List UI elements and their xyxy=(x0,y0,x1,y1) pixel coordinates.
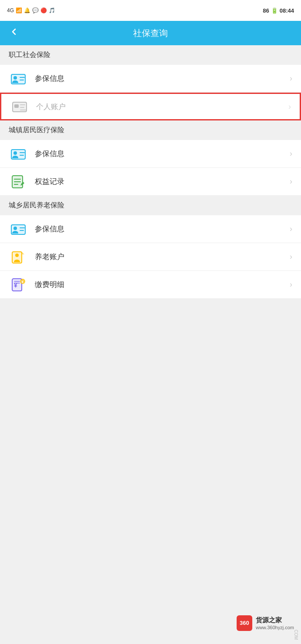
person-card-blue-icon xyxy=(9,69,28,88)
svg-text:¥: ¥ xyxy=(21,280,23,284)
svg-point-23 xyxy=(13,227,17,230)
payment-purple-icon: ¥ ¥ xyxy=(9,275,28,294)
person-card-blue-icon-3 xyxy=(9,220,28,239)
rights-record-label: 权益记录 xyxy=(35,177,290,187)
payment-detail-label: 缴费明细 xyxy=(35,280,290,290)
app-icon2: 🎵 xyxy=(49,7,55,13)
svg-point-13 xyxy=(13,151,17,155)
notification-icon: 🔔 xyxy=(24,7,30,13)
header: 社保查询 xyxy=(0,21,301,45)
status-right: 86 🔋 08:44 xyxy=(263,7,294,14)
list-item-urban-participation[interactable]: 参保信息 › xyxy=(0,140,301,168)
section-rural-pension: 城乡居民养老保险 xyxy=(0,196,301,215)
list-item-payment-detail[interactable]: ¥ ¥ 缴费明细 › xyxy=(0,271,301,299)
worker-participation-label: 参保信息 xyxy=(35,73,290,83)
signal-icon: 4G xyxy=(7,7,14,13)
watermark-badge: 360 xyxy=(237,615,252,631)
list-item-rights-record[interactable]: 权益记录 › xyxy=(0,168,301,196)
list-item-worker-participation[interactable]: 参保信息 › xyxy=(0,65,301,93)
arrow-icon: › xyxy=(290,74,292,83)
watermark-main: 货源之家 xyxy=(256,615,294,624)
time: 08:44 xyxy=(280,7,294,14)
list-item-personal-account[interactable]: 个人账户 › xyxy=(0,93,301,120)
page-title: 社保查询 xyxy=(133,27,168,39)
wechat-icon: 💬 xyxy=(32,7,39,13)
com-label: COM xyxy=(294,630,298,640)
pension-yellow-icon xyxy=(9,247,28,267)
urban-participation-label: 参保信息 xyxy=(35,149,290,159)
arrow-icon-4: › xyxy=(290,224,292,234)
list-item-pension-account[interactable]: 养老账户 › xyxy=(0,243,301,271)
battery-icon: 🔋 xyxy=(271,7,278,14)
arrow-icon-personal: › xyxy=(288,102,291,111)
arrow-icon-2: › xyxy=(290,149,292,158)
svg-rect-7 xyxy=(14,104,19,108)
back-button[interactable] xyxy=(9,27,19,40)
arrow-icon-5: › xyxy=(290,252,292,261)
personal-account-label: 个人账户 xyxy=(36,102,288,112)
battery-level: 86 xyxy=(263,7,269,14)
pension-account-label: 养老账户 xyxy=(35,252,290,262)
app-icon1: 🔴 xyxy=(40,7,47,13)
rural-participation-label: 参保信息 xyxy=(35,224,290,234)
section-urban-medical: 城镇居民医疗保险 xyxy=(0,120,301,140)
svg-point-2 xyxy=(13,76,17,80)
arrow-icon-6: › xyxy=(290,280,292,289)
section-worker-insurance: 职工社会保险 xyxy=(0,45,301,65)
list-item-rural-participation[interactable]: 参保信息 › xyxy=(0,215,301,243)
person-card-blue-icon-2 xyxy=(9,144,28,164)
arrow-icon-3: › xyxy=(290,177,292,186)
status-left: 4G 📶 🔔 💬 🔴 🎵 xyxy=(7,7,55,13)
content-area: 职工社会保险 参保信息 › xyxy=(0,45,301,299)
watermark-text-block: 货源之家 www.360hyzj.com xyxy=(256,615,294,631)
watermark-container: 360 货源之家 www.360hyzj.com xyxy=(237,615,294,631)
svg-point-28 xyxy=(15,254,19,257)
card-gray-icon xyxy=(10,97,29,116)
status-bar: 4G 📶 🔔 💬 🔴 🎵 86 🔋 08:44 xyxy=(0,0,301,21)
rights-green-icon xyxy=(9,172,28,191)
watermark-sub: www.360hyzj.com xyxy=(256,624,294,631)
wifi-signal: 📶 xyxy=(16,7,22,13)
